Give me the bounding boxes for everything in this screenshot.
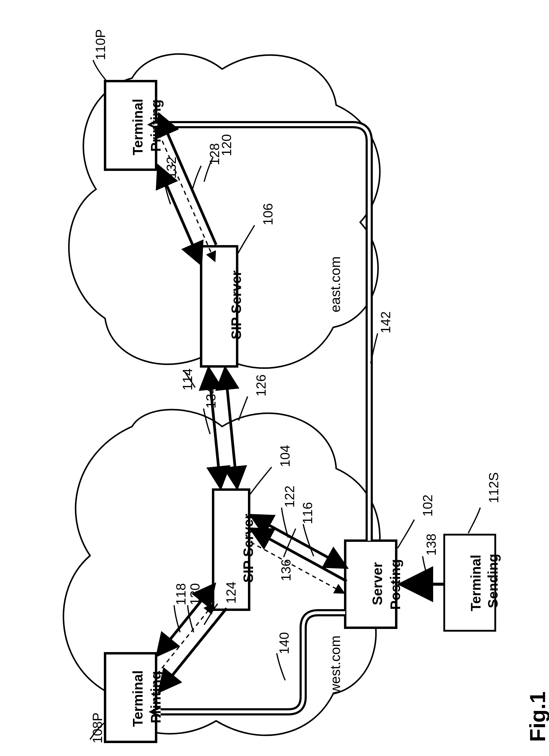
- ref-136: 136: [278, 559, 293, 581]
- sending-terminal-ref: 112S: [486, 472, 501, 503]
- ref-132: 132: [164, 157, 179, 179]
- printing-terminal-east-ref: 110P: [93, 29, 108, 60]
- ref-116: 116: [300, 502, 315, 524]
- ref-130: 130: [188, 583, 203, 605]
- edge-116: [251, 542, 344, 593]
- edge-120: [159, 134, 215, 261]
- sending-terminal-label-1: Sending: [485, 554, 501, 608]
- posting-server-label-1: Posting: [387, 559, 403, 610]
- printing-terminal-west-label-2: Terminal: [130, 670, 146, 727]
- ref-134: 134: [204, 387, 219, 408]
- ref-126: 126: [254, 375, 269, 396]
- posting-server-ref: 102: [420, 495, 435, 517]
- printing-terminal-west-ref: 108P: [90, 712, 105, 743]
- printing-terminal-east-label-2: Terminal: [130, 99, 146, 155]
- edge-124: [159, 608, 227, 692]
- posting-server-label-2: Server: [369, 562, 385, 605]
- edge-128: [159, 114, 216, 245]
- printing-terminal-west-label-1: Printing: [148, 671, 164, 723]
- cloud-west-label: west.com: [327, 636, 343, 694]
- edge-122: [251, 529, 347, 581]
- ref-114: 114: [180, 369, 195, 390]
- sip-server-east-ref: 106: [261, 203, 275, 225]
- edge-134: [209, 368, 221, 488]
- edge-136: [251, 515, 347, 568]
- ref-138: 138: [424, 534, 439, 556]
- figure-label: Fig.1: [525, 691, 549, 742]
- sip-server-west-ref: 104: [277, 445, 293, 467]
- printing-terminal-east-label-1: Printing: [148, 99, 164, 152]
- edge-126: [225, 368, 237, 488]
- ref-118: 118: [174, 583, 189, 605]
- ref-124: 124: [224, 582, 239, 604]
- ref-140: 140: [277, 632, 292, 654]
- sip-server-east-label: SIP Server: [228, 271, 244, 339]
- edge-118: [157, 604, 214, 674]
- sending-terminal-label-2: Terminal: [468, 555, 484, 611]
- sip-server-west-label: SIP Server: [240, 514, 256, 583]
- ref-122: 122: [282, 486, 297, 508]
- ref-128: 128: [207, 143, 222, 165]
- cloud-east-label: east.com: [327, 256, 343, 312]
- ref-142: 142: [378, 311, 393, 333]
